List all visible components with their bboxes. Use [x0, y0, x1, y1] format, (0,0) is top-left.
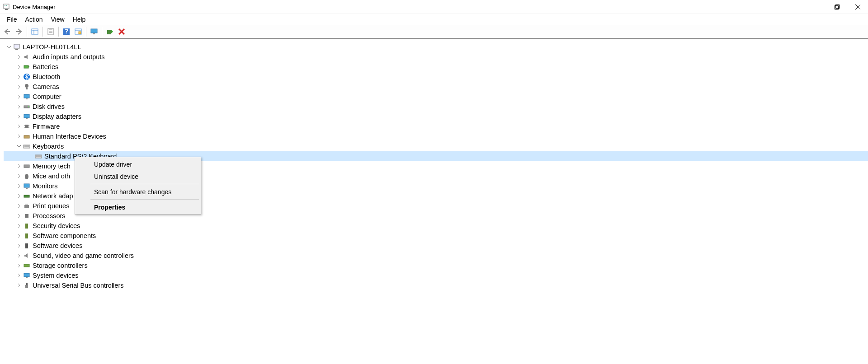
tree-node-system-devices[interactable]: System devices: [4, 271, 868, 280]
tree-label: Batteries: [33, 63, 58, 70]
tree-node-software-devices[interactable]: Software devices: [4, 241, 868, 251]
svg-rect-55: [24, 195, 29, 197]
back-button[interactable]: [2, 26, 13, 37]
tree-root-label: LAPTOP-HL0TL4LL: [23, 43, 81, 51]
tree-node-storage[interactable]: Storage controllers: [4, 261, 868, 271]
tree-node-sound[interactable]: Sound, video and game controllers: [4, 251, 868, 261]
ctx-update-driver[interactable]: Update driver: [76, 158, 200, 170]
window-controls: [806, 0, 868, 14]
tree-label: Firmware: [33, 123, 60, 130]
expander-closed-icon[interactable]: [15, 202, 23, 210]
expander-closed-icon[interactable]: [15, 113, 23, 120]
expander-closed-icon[interactable]: [15, 53, 23, 61]
tree-label: Computer: [33, 93, 61, 100]
scan-hardware-button[interactable]: [73, 26, 84, 37]
menu-action[interactable]: Action: [21, 15, 47, 24]
ctx-scan-hardware[interactable]: Scan for hardware changes: [76, 186, 200, 198]
svg-rect-27: [15, 49, 18, 50]
computer-icon: [13, 43, 21, 51]
tree-node-cameras[interactable]: Cameras: [4, 82, 868, 92]
tree-label: Universal Serial Bus controllers: [33, 282, 123, 289]
svg-rect-12: [48, 28, 53, 35]
expander-closed-icon[interactable]: [15, 272, 23, 279]
expander-closed-icon[interactable]: [15, 63, 23, 70]
minimize-button[interactable]: [806, 0, 826, 14]
svg-rect-34: [26, 98, 28, 99]
svg-point-52: [25, 174, 28, 179]
app-icon: [3, 3, 10, 10]
expander-closed-icon[interactable]: [15, 192, 23, 200]
expander-closed-icon[interactable]: [15, 232, 23, 239]
svg-text:?: ?: [65, 28, 69, 35]
menu-view[interactable]: View: [47, 15, 68, 24]
tree-node-usb[interactable]: Universal Serial Bus controllers: [4, 280, 868, 290]
expander-closed-icon[interactable]: [15, 103, 23, 110]
tree-label: Memory tech: [33, 163, 71, 170]
expander-closed-icon[interactable]: [15, 262, 23, 269]
svg-rect-62: [24, 264, 29, 267]
tree-label: Processors: [33, 212, 66, 219]
tree-label: Monitors: [33, 182, 58, 190]
memory-icon: [23, 162, 31, 170]
forward-button[interactable]: [14, 26, 24, 37]
expander-closed-icon[interactable]: [15, 182, 23, 190]
monitor-icon: [23, 182, 31, 190]
bluetooth-icon: [23, 73, 31, 81]
expander-closed-icon[interactable]: [15, 93, 23, 100]
svg-rect-58: [25, 214, 28, 218]
tree-label: Print queues: [33, 202, 69, 210]
tree-node-bluetooth[interactable]: Bluetooth: [4, 72, 868, 82]
tree-node-display-adapters[interactable]: Display adapters: [4, 112, 868, 121]
expander-closed-icon[interactable]: [15, 163, 23, 170]
svg-rect-66: [25, 285, 28, 288]
tree-node-software-components[interactable]: Software components: [4, 231, 868, 241]
menubar: File Action View Help: [0, 14, 868, 25]
svg-rect-29: [28, 66, 29, 67]
expander-open-icon[interactable]: [15, 143, 23, 150]
properties-button[interactable]: [45, 26, 56, 37]
svg-rect-26: [14, 44, 19, 48]
uninstall-button[interactable]: [116, 26, 127, 37]
menu-file[interactable]: File: [3, 15, 21, 24]
window-title: Device Manager: [13, 4, 56, 10]
tree-node-hid[interactable]: Human Interface Devices: [4, 131, 868, 141]
menu-help[interactable]: Help: [69, 15, 90, 24]
tree-label: System devices: [33, 272, 79, 279]
keyboard-icon: [34, 152, 42, 160]
expander-closed-icon[interactable]: [15, 242, 23, 249]
tree-node-disk-drives[interactable]: Disk drives: [4, 102, 868, 112]
help-button[interactable]: ?: [61, 26, 72, 37]
update-driver-button[interactable]: [104, 26, 115, 37]
show-hide-tree-button[interactable]: [29, 26, 40, 37]
expander-closed-icon[interactable]: [15, 83, 23, 90]
expander-closed-icon[interactable]: [15, 222, 23, 229]
maximize-button[interactable]: [826, 0, 847, 14]
svg-point-36: [28, 107, 29, 107]
tree-node-firmware[interactable]: Firmware: [4, 121, 868, 131]
svg-rect-5: [835, 5, 838, 9]
expander-closed-icon[interactable]: [15, 212, 23, 219]
expander-closed-icon[interactable]: [15, 173, 23, 180]
tree-root[interactable]: LAPTOP-HL0TL4LL: [4, 42, 868, 52]
expander-closed-icon[interactable]: [15, 133, 23, 140]
expander-open-icon[interactable]: [5, 43, 13, 51]
mouse-icon: [23, 172, 31, 180]
tree-node-computer[interactable]: Computer: [4, 92, 868, 102]
tree-node-keyboards[interactable]: Keyboards: [4, 141, 868, 151]
ctx-uninstall-device[interactable]: Uninstall device: [76, 170, 200, 182]
expander-closed-icon[interactable]: [15, 282, 23, 289]
expander-closed-icon[interactable]: [15, 252, 23, 259]
tree-label: Human Interface Devices: [33, 133, 106, 140]
expander-closed-icon[interactable]: [15, 73, 23, 80]
expander-closed-icon[interactable]: [15, 123, 23, 130]
speaker-icon: [23, 252, 31, 260]
tree-label: Audio inputs and outputs: [33, 53, 105, 61]
close-button[interactable]: [847, 0, 868, 14]
tree-label: Sound, video and game controllers: [33, 252, 134, 259]
tree-node-audio[interactable]: Audio inputs and outputs: [4, 52, 868, 62]
ctx-properties[interactable]: Properties: [76, 201, 200, 213]
hid-icon: [23, 132, 31, 140]
tree-node-batteries[interactable]: Batteries: [4, 62, 868, 72]
tree-node-security[interactable]: Security devices: [4, 221, 868, 231]
monitor-button[interactable]: [89, 26, 99, 37]
